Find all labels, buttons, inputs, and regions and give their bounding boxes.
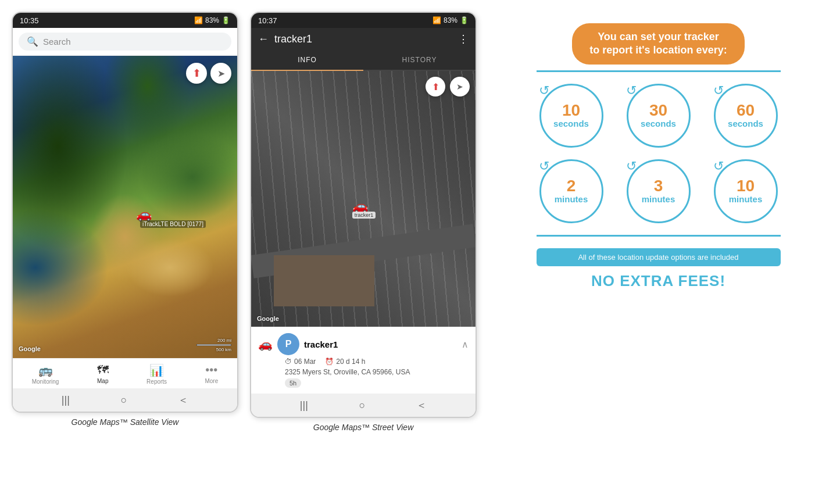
unit-60s: seconds — [728, 119, 763, 128]
interval-2m: ↺ 2 minutes — [537, 159, 606, 223]
home-bar-circle: ○ — [121, 394, 127, 406]
tracker-label: iTrackLTE BOLD [0177] — [140, 220, 206, 228]
nav-map[interactable]: 🗺 Map — [92, 362, 113, 386]
info-panel: You can set your trackerto report it's l… — [488, 12, 828, 302]
nav-reports-label: Reports — [146, 378, 167, 385]
phone1-bottom-nav: 🚌 Monitoring 🗺 Map 📊 Reports ••• More — [13, 358, 237, 388]
nav-reports[interactable]: 📊 Reports — [142, 362, 171, 386]
location-button-2[interactable]: ➤ — [450, 77, 470, 96]
tab-history[interactable]: HISTORY — [363, 50, 476, 70]
circle-10m: ↺ 10 minutes — [714, 159, 778, 223]
compass-button-2[interactable]: ⬆ — [426, 77, 445, 96]
circle-60s: ↺ 60 seconds — [714, 84, 778, 148]
google-watermark-2: Google — [257, 315, 279, 322]
blue-divider-bottom — [537, 235, 781, 237]
collapse-button[interactable]: ∧ — [462, 339, 469, 350]
number-30s: 30 — [649, 102, 667, 119]
search-placeholder: Search — [43, 37, 71, 47]
tracker1-map-label: tracker1 — [352, 212, 376, 219]
interval-30s: ↺ 30 seconds — [624, 84, 694, 148]
home-bar-lines-2: ||| — [300, 399, 308, 412]
blue-divider-top — [537, 70, 781, 72]
map-satellite-view[interactable]: ⬆ ➤ 🚗 iTrackLTE BOLD [0177] Google 200 m… — [13, 56, 237, 358]
tracker-info-panel: 🚗 P tracker1 ∧ ⏱ 06 Mar ⏰ 20 d 14 h 2325… — [251, 327, 476, 394]
phone1-signal-icon: 📶 — [194, 16, 203, 24]
map-scale: 200 mi 500 km — [196, 338, 231, 352]
tab-history-label: HISTORY — [402, 56, 437, 64]
back-button[interactable]: ← — [258, 33, 269, 45]
clock-icon: ⏱ — [285, 358, 292, 366]
unit-30s: seconds — [641, 119, 676, 128]
number-3m: 3 — [654, 178, 663, 194]
nav-monitoring-label: Monitoring — [32, 378, 59, 385]
home-bar-lines: ||| — [62, 394, 70, 406]
nav-monitoring[interactable]: 🚌 Monitoring — [27, 362, 64, 386]
compass-button[interactable]: ⬆ — [186, 63, 207, 84]
included-text: All of these location update options are… — [578, 253, 738, 262]
phone2-status-bar: 10:37 📶 83% 🔋 — [251, 13, 476, 28]
more-icon: ••• — [205, 363, 217, 377]
unit-10s: seconds — [553, 119, 589, 128]
number-2m: 2 — [567, 178, 576, 194]
nav-more-label: More — [205, 378, 218, 384]
location-icon-2: ➤ — [456, 82, 463, 91]
phone1-home-bar: ||| ○ ＜ — [13, 388, 237, 412]
scale-bar — [196, 344, 231, 346]
circle-10s: ↺ 10 seconds — [539, 84, 603, 148]
tracker-date-item: ⏱ 06 Mar — [285, 358, 316, 366]
headline-text: You can set your trackerto report it's l… — [589, 31, 727, 56]
phone1-battery-icon: 🔋 — [221, 16, 230, 24]
info-headline: You can set your trackerto report it's l… — [572, 23, 744, 65]
home-bar-back-2: ＜ — [416, 398, 427, 412]
home-bar-circle-2: ○ — [359, 399, 366, 412]
tab-info[interactable]: INFO — [251, 50, 363, 71]
location-button[interactable]: ➤ — [210, 63, 231, 84]
phone1-search-bar: 🔍 Search — [13, 28, 237, 56]
compass-icon: ⬆ — [192, 67, 201, 80]
tracker-pin: 🚗 — [136, 207, 152, 222]
arrow-3m: ↺ — [626, 159, 637, 174]
phone1-status-bar: 10:35 📶 83% 🔋 — [13, 13, 237, 28]
search-box[interactable]: 🔍 Search — [19, 33, 231, 51]
phone2-signal-icon: 📶 — [432, 16, 441, 24]
tracker-title: tracker1 — [274, 33, 452, 45]
tab-info-label: INFO — [298, 56, 317, 64]
tracker-name-big: tracker1 — [304, 339, 457, 349]
scale-text-2: 500 km — [216, 347, 231, 352]
circle-3m: ↺ 3 minutes — [627, 159, 691, 223]
phone1-mockup: 10:35 📶 83% 🔋 🔍 Search ⬆ ➤ 🚗 iTra — [12, 12, 238, 413]
unit-10m: minutes — [729, 194, 763, 204]
unit-3m: minutes — [642, 194, 675, 204]
phone2-time: 10:37 — [258, 16, 277, 25]
nav-map-label: Map — [97, 378, 108, 384]
location-icon: ➤ — [217, 68, 225, 79]
phone2-mockup: 10:37 📶 83% 🔋 ← tracker1 ⋮ INFO HISTORY — [250, 12, 477, 418]
interval-10s: ↺ 10 seconds — [537, 84, 606, 148]
phone2-battery-icon: 🔋 — [460, 16, 469, 24]
timer-icon: ⏰ — [325, 358, 334, 366]
nav-more[interactable]: ••• More — [200, 362, 223, 386]
menu-button[interactable]: ⋮ — [458, 33, 469, 45]
arrow-60s: ↺ — [713, 83, 724, 98]
interval-60s: ↺ 60 seconds — [711, 84, 781, 148]
number-10m: 10 — [737, 178, 755, 194]
no-fees-text: NO EXTRA FEES! — [591, 272, 725, 290]
arrow-2m: ↺ — [539, 159, 549, 174]
arrow-30s: ↺ — [626, 83, 637, 98]
tracker-address: 2325 Myers St, Oroville, CA 95966, USA — [285, 368, 469, 376]
phone2-header: ← tracker1 ⋮ — [251, 28, 476, 50]
tracker-avatar-letter: P — [285, 339, 292, 349]
tracker-duration-item: ⏰ 20 d 14 h — [325, 358, 365, 366]
interval-3m: ↺ 3 minutes — [624, 159, 694, 223]
phone2-caption: Google Maps™ Street View — [313, 423, 414, 432]
tracker-date: 06 Mar — [294, 358, 316, 366]
phone2-home-bar: ||| ○ ＜ — [251, 394, 476, 417]
building — [274, 255, 375, 306]
map-aerial-view[interactable]: 🚗 tracker1 ⬆ ➤ Google — [251, 71, 476, 327]
tracker-car-icon: 🚗 — [258, 337, 273, 351]
google-watermark-1: Google — [19, 345, 41, 352]
arrow-10s: ↺ — [539, 83, 549, 98]
phone1-battery: 83% — [205, 16, 219, 24]
map-icon: 🗺 — [97, 363, 109, 377]
search-icon: 🔍 — [27, 36, 38, 47]
